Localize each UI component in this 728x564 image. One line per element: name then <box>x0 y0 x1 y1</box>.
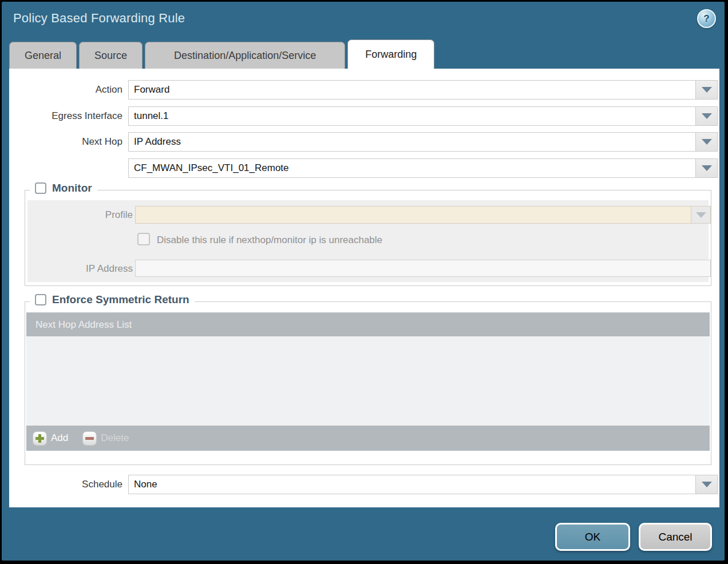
next-hop-address-select[interactable]: CF_MWAN_IPsec_VTI_01_Remote <box>128 158 718 178</box>
tab-source[interactable]: Source <box>79 42 143 69</box>
tab-forwarding[interactable]: Forwarding <box>347 39 434 69</box>
add-button-label: Add <box>51 432 68 444</box>
egress-interface-value: tunnel.1 <box>129 107 695 125</box>
next-hop-address-list-table: Next Hop Address List Add Delete <box>26 312 710 451</box>
action-value: Forward <box>129 81 695 99</box>
schedule-value: None <box>129 475 695 494</box>
chevron-down-icon <box>702 87 712 93</box>
chevron-down-icon <box>696 212 706 218</box>
disable-rule-checkbox <box>137 233 150 245</box>
enforce-symmetric-return-label: Enforce Symmetric Return <box>52 293 189 306</box>
monitor-legend: Monitor <box>30 182 97 194</box>
schedule-label: Schedule <box>9 475 122 494</box>
schedule-dropdown-button[interactable] <box>695 475 717 494</box>
next-hop-address-dropdown-button[interactable] <box>695 159 717 177</box>
profile-label: Profile <box>27 206 133 224</box>
delete-button-label: Delete <box>101 432 129 444</box>
profile-dropdown-button <box>691 206 710 223</box>
profile-select <box>135 206 711 224</box>
chevron-down-icon <box>702 139 712 145</box>
egress-interface-select[interactable]: tunnel.1 <box>128 106 718 126</box>
monitor-checkbox[interactable] <box>35 182 46 194</box>
enforce-symmetric-return-checkbox[interactable] <box>35 294 46 305</box>
monitor-ip-address-label: IP Address <box>27 260 133 277</box>
monitor-section: Monitor Profile Disable this rule if nex… <box>25 190 711 286</box>
next-hop-label: Next Hop <box>9 132 122 152</box>
page-title: Policy Based Forwarding Rule <box>13 11 185 26</box>
tab-destination-label: Destination/Application/Service <box>174 50 316 62</box>
egress-interface-dropdown-button[interactable] <box>695 107 717 125</box>
next-hop-type-value: IP Address <box>129 133 695 151</box>
chevron-down-icon <box>702 165 712 171</box>
chevron-down-icon <box>702 113 712 119</box>
cancel-button[interactable]: Cancel <box>639 523 712 551</box>
tab-source-label: Source <box>94 50 127 62</box>
table-toolbar: Add Delete <box>26 426 710 451</box>
next-hop-address-list-body[interactable] <box>26 336 710 426</box>
enforce-symmetric-return-section: Enforce Symmetric Return Next Hop Addres… <box>25 301 711 465</box>
profile-value <box>136 206 691 223</box>
tab-bar: General Source Destination/Application/S… <box>9 39 434 69</box>
chevron-down-icon <box>702 482 712 487</box>
plus-icon <box>33 432 46 445</box>
schedule-select[interactable]: None <box>128 475 718 494</box>
next-hop-dropdown-button[interactable] <box>695 133 717 151</box>
action-select[interactable]: Forward <box>128 80 718 100</box>
monitor-ip-address-input <box>135 260 711 277</box>
minus-icon <box>83 432 96 445</box>
add-button[interactable]: Add <box>33 432 68 445</box>
next-hop-type-select[interactable]: IP Address <box>128 132 718 152</box>
forwarding-tab-content: Action Forward Egress Interface tunnel.1… <box>9 69 719 507</box>
tab-forwarding-label: Forwarding <box>365 49 417 61</box>
action-dropdown-button[interactable] <box>695 81 717 99</box>
ok-button[interactable]: OK <box>555 523 630 551</box>
action-label: Action <box>9 80 122 100</box>
pbf-rule-dialog: Policy Based Forwarding Rule ? General S… <box>2 2 725 561</box>
next-hop-address-value: CF_MWAN_IPsec_VTI_01_Remote <box>129 159 695 177</box>
table-column-header: Next Hop Address List <box>26 312 710 336</box>
enforce-symmetric-return-legend: Enforce Symmetric Return <box>30 293 195 306</box>
help-icon[interactable]: ? <box>697 9 716 28</box>
disable-rule-label: Disable this rule if nexthop/monitor ip … <box>157 235 382 246</box>
tab-general[interactable]: General <box>9 42 77 69</box>
monitor-panel: Profile Disable this rule if nexthop/mon… <box>27 200 709 282</box>
tab-destination-application-service[interactable]: Destination/Application/Service <box>145 42 345 69</box>
monitor-legend-label: Monitor <box>52 182 92 194</box>
egress-interface-label: Egress Interface <box>9 106 122 126</box>
tab-general-label: General <box>25 50 61 62</box>
delete-button: Delete <box>83 432 129 445</box>
